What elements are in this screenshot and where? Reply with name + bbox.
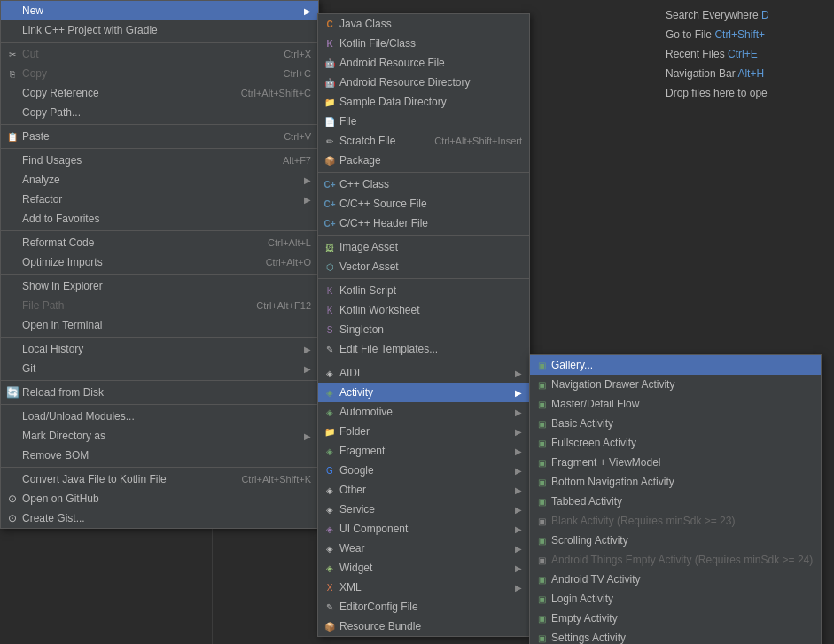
menu-wear[interactable]: ◈ Wear ▶	[318, 539, 529, 558]
menu-android-resource-dir[interactable]: 🤖 Android Resource Directory	[318, 73, 529, 92]
separator-3	[1, 148, 318, 149]
menu-copy-shortcut: Ctrl+C	[284, 68, 311, 79]
menu-act-android-tv[interactable]: ▣ Android TV Activity	[530, 570, 821, 589]
menu-item-git[interactable]: Git ▶	[1, 359, 318, 378]
menu-kotlin-file[interactable]: K Kotlin File/Class	[318, 34, 529, 53]
menu-kotlin-worksheet[interactable]: K Kotlin Worksheet	[318, 300, 529, 320]
menu-item-convert-java[interactable]: Convert Java File to Kotlin File Ctrl+Al…	[1, 469, 318, 489]
find-usages-icon	[6, 154, 19, 167]
menu-java-class[interactable]: C Java Class	[318, 14, 529, 34]
wear-arrow: ▶	[515, 544, 522, 554]
menu-item-add-favorites[interactable]: Add to Favorites	[1, 209, 318, 229]
right-drop: Drop files here to ope	[666, 87, 825, 99]
menu-edit-templates[interactable]: ✎ Edit File Templates...	[318, 339, 529, 359]
menu-item-find-usages[interactable]: Find Usages Alt+F7	[1, 151, 318, 170]
link-cpp-icon	[6, 24, 19, 36]
menu-act-android-things[interactable]: ▣ Android Things Empty Activity (Require…	[530, 550, 821, 570]
menu-act-nav-drawer[interactable]: ▣ Navigation Drawer Activity	[530, 375, 821, 394]
menu-kotlin-ws-label: Kotlin Worksheet	[339, 304, 522, 316]
context-menu-level3: ▣ Gallery... ▣ Navigation Drawer Activit…	[529, 354, 822, 644]
menu-act-blank-minsdk[interactable]: ▣ Blank Activity (Requires minSdk >= 23)	[530, 511, 821, 531]
separator-7	[1, 380, 318, 381]
menu-vector-asset[interactable]: ⬡ Vector Asset	[318, 257, 529, 276]
menu-act-scrolling[interactable]: ▣ Scrolling Activity	[530, 531, 821, 550]
menu-item-reload[interactable]: 🔄 Reload from Disk	[1, 383, 318, 402]
menu-activity-label: Activity	[339, 386, 511, 399]
menu-item-load-unload[interactable]: Load/Unload Modules...	[1, 407, 318, 426]
menu-item-remove-bom[interactable]: Remove BOM	[1, 446, 318, 465]
xml-icon: X	[323, 581, 336, 594]
menu-act-gallery[interactable]: ▣ Gallery...	[530, 355, 821, 375]
master-detail-icon: ▣	[535, 398, 548, 410]
menu-item-open-terminal[interactable]: Open in Terminal	[1, 315, 318, 335]
new-icon	[6, 4, 19, 17]
menu-act-basic[interactable]: ▣ Basic Activity	[530, 414, 821, 433]
menu-act-login[interactable]: ▣ Login Activity	[530, 589, 821, 609]
menu-package[interactable]: 📦 Package	[318, 151, 529, 170]
menu-file[interactable]: 📄 File	[318, 112, 529, 131]
cpp-source-icon: C+	[323, 198, 336, 210]
menu-act-master-detail[interactable]: ▣ Master/Detail Flow	[530, 394, 821, 414]
menu-item-analyze[interactable]: Analyze ▶	[1, 170, 318, 190]
separator-new-4	[318, 361, 529, 361]
menu-item-create-gist[interactable]: ⊙ Create Gist...	[1, 508, 318, 528]
menu-resource-bundle[interactable]: 📦 Resource Bundle	[318, 617, 529, 636]
menu-singleton[interactable]: S Singleton	[318, 320, 529, 339]
menu-service[interactable]: ◈ Service ▶	[318, 500, 529, 519]
menu-item-open-github[interactable]: ⊙ Open on GitHub	[1, 489, 318, 508]
menu-item-file-path[interactable]: File Path Ctrl+Alt+F12	[1, 296, 318, 315]
aidl-icon: ◈	[323, 367, 336, 379]
menu-ui-component[interactable]: ◈ UI Component ▶	[318, 519, 529, 539]
menu-act-tabbed[interactable]: ▣ Tabbed Activity	[530, 492, 821, 511]
menu-act-empty[interactable]: ▣ Empty Activity	[530, 609, 821, 628]
menu-item-optimize[interactable]: Optimize Imports Ctrl+Alt+O	[1, 252, 318, 272]
android-res-dir-icon: 🤖	[323, 76, 336, 89]
menu-image-asset[interactable]: 🖼 Image Asset	[318, 237, 529, 257]
menu-act-fullscreen[interactable]: ▣ Fullscreen Activity	[530, 433, 821, 453]
menu-activity[interactable]: ◈ Activity ▶	[318, 383, 529, 402]
menu-cpp-class[interactable]: C+ C++ Class	[318, 175, 529, 194]
menu-folder[interactable]: 📁 Folder ▶	[318, 422, 529, 441]
refactor-icon	[6, 193, 19, 206]
android-res-file-icon: 🤖	[323, 57, 336, 69]
menu-terminal-label: Open in Terminal	[22, 319, 311, 331]
menu-item-copy-path[interactable]: Copy Path...	[1, 103, 318, 122]
new-arrow: ▶	[304, 6, 311, 16]
menu-item-show-explorer[interactable]: Show in Explorer	[1, 276, 318, 296]
service-icon: ◈	[323, 503, 336, 516]
menu-copy-ref-shortcut: Ctrl+Alt+Shift+C	[241, 88, 311, 98]
reload-icon: 🔄	[6, 386, 19, 399]
menu-kotlin-script[interactable]: K Kotlin Script	[318, 281, 529, 300]
menu-markdir-label: Mark Directory as	[22, 430, 300, 442]
menu-item-refactor[interactable]: Refactor ▶	[1, 190, 318, 209]
menu-android-resource-file[interactable]: 🤖 Android Resource File	[318, 53, 529, 73]
menu-item-local-history[interactable]: Local History ▶	[1, 339, 318, 359]
menu-bottom-nav-label: Bottom Navigation Activity	[551, 476, 814, 488]
analyze-icon	[6, 174, 19, 186]
menu-item-link-cpp[interactable]: Link C++ Project with Gradle	[1, 20, 318, 40]
menu-basic-label: Basic Activity	[551, 417, 814, 430]
menu-cpp-header[interactable]: C+ C/C++ Header File	[318, 213, 529, 233]
menu-aidl[interactable]: ◈ AIDL ▶	[318, 363, 529, 383]
menu-item-cut[interactable]: ✂ Cut Ctrl+X	[1, 44, 318, 64]
menu-item-reformat[interactable]: Reformat Code Ctrl+Alt+L	[1, 233, 318, 252]
menu-scratch-file[interactable]: ✏ Scratch File Ctrl+Alt+Shift+Insert	[318, 131, 529, 151]
menu-editorconfig[interactable]: ✎ EditorConfig File	[318, 597, 529, 617]
menu-fragment[interactable]: ◈ Fragment ▶	[318, 441, 529, 461]
menu-item-copy-ref[interactable]: Copy Reference Ctrl+Alt+Shift+C	[1, 83, 318, 103]
menu-item-copy[interactable]: ⎘ Copy Ctrl+C	[1, 64, 318, 83]
menu-item-new[interactable]: New ▶	[1, 1, 318, 20]
menu-cpp-source[interactable]: C+ C/C++ Source File	[318, 194, 529, 213]
menu-google[interactable]: G Google ▶	[318, 461, 529, 480]
menu-sample-data-dir[interactable]: 📁 Sample Data Directory	[318, 92, 529, 112]
menu-xml[interactable]: X XML ▶	[318, 578, 529, 597]
menu-act-settings[interactable]: ▣ Settings Activity	[530, 628, 821, 644]
menu-item-paste[interactable]: 📋 Paste Ctrl+V	[1, 127, 318, 146]
menu-automotive[interactable]: ◈ Automotive ▶	[318, 402, 529, 422]
menu-item-mark-dir[interactable]: Mark Directory as ▶	[1, 426, 318, 446]
menu-other[interactable]: ◈ Other ▶	[318, 480, 529, 500]
menu-act-fragment-viewmodel[interactable]: ▣ Fragment + ViewModel	[530, 453, 821, 472]
menu-sample-data-label: Sample Data Directory	[339, 96, 522, 108]
menu-act-bottom-nav[interactable]: ▣ Bottom Navigation Activity	[530, 472, 821, 492]
menu-widget[interactable]: ◈ Widget ▶	[318, 558, 529, 578]
